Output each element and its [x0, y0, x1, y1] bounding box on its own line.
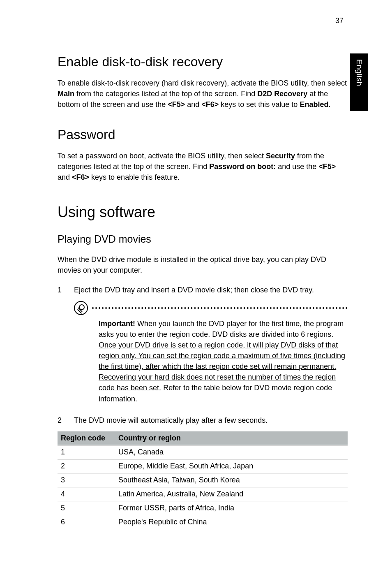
- language-tab: English: [350, 53, 368, 111]
- text: keys to set this value to: [219, 100, 300, 109]
- table-row: 2 Europe, Middle East, South Africa, Jap…: [58, 459, 348, 473]
- text-bold: Password on boot:: [209, 162, 276, 171]
- table-row: 6 People's Republic of China: [58, 515, 348, 529]
- language-tab-label: English: [355, 59, 364, 86]
- text: To set a password on boot, activate the …: [58, 152, 266, 160]
- text: .: [328, 100, 330, 109]
- step-text: The DVD movie will automatically play af…: [74, 415, 267, 426]
- cell-region: Latin America, Australia, New Zealand: [115, 487, 348, 501]
- important-callout: Important! When you launch the DVD playe…: [74, 301, 348, 404]
- cell-code: 5: [58, 501, 115, 515]
- cell-code: 6: [58, 515, 115, 529]
- cell-code: 3: [58, 473, 115, 487]
- text-bold: <F6>: [72, 173, 89, 181]
- heading-password: Password: [58, 127, 348, 142]
- table-row: 1 USA, Canada: [58, 445, 348, 459]
- cell-code: 1: [58, 445, 115, 459]
- step-text: Eject the DVD tray and insert a DVD movi…: [74, 285, 314, 295]
- text: and use the: [276, 162, 318, 171]
- text: keys to enable this feature.: [89, 173, 180, 181]
- table-header-country: Country or region: [115, 431, 348, 445]
- cell-region: Southeast Asia, Taiwan, South Korea: [115, 473, 348, 487]
- text-bold: Important!: [99, 320, 135, 328]
- paragraph-password: To set a password on boot, activate the …: [58, 151, 348, 183]
- table-row: 3 Southeast Asia, Taiwan, South Korea: [58, 473, 348, 487]
- table-row: 5 Former USSR, parts of Africa, India: [58, 501, 348, 515]
- paragraph-d2d: To enable disk-to-disk recovery (hard di…: [58, 78, 348, 110]
- heading-playing-dvd: Playing DVD movies: [58, 233, 348, 245]
- text-bold: Main: [58, 90, 74, 98]
- callout-body: Important! When you launch the DVD playe…: [74, 318, 348, 404]
- text-bold: Security: [266, 152, 295, 160]
- page: 37 English Enable disk-to-disk recovery …: [0, 0, 392, 563]
- text-bold: Enabled: [300, 100, 328, 109]
- text: from the categories listed at the top of…: [74, 90, 257, 98]
- text-bold: <F5>: [168, 100, 185, 109]
- text-bold: <F6>: [201, 100, 219, 109]
- key-icon: [74, 301, 88, 315]
- table-row: 4 Latin America, Australia, New Zealand: [58, 487, 348, 501]
- text: and: [58, 173, 72, 181]
- paragraph-dvd-intro: When the DVD drive module is installed i…: [58, 254, 348, 276]
- dotted-rule: [92, 307, 348, 309]
- text: and: [185, 100, 201, 109]
- text-bold: D2D Recovery: [257, 90, 307, 98]
- cell-region: People's Republic of China: [115, 515, 348, 529]
- heading-using-software: Using software: [58, 204, 348, 221]
- step-list: 1 Eject the DVD tray and insert a DVD mo…: [58, 285, 348, 295]
- callout-header: [74, 301, 348, 315]
- step-number: 2: [58, 415, 74, 426]
- step-list: 2 The DVD movie will automatically play …: [58, 415, 348, 426]
- cell-region: USA, Canada: [115, 445, 348, 459]
- text: To enable disk-to-disk recovery (hard di…: [58, 79, 347, 87]
- step-2: 2 The DVD movie will automatically play …: [58, 415, 348, 426]
- region-table: Region code Country or region 1 USA, Can…: [58, 431, 348, 529]
- text-bold: <F5>: [318, 162, 336, 171]
- step-1: 1 Eject the DVD tray and insert a DVD mo…: [58, 285, 348, 295]
- table-header-region-code: Region code: [58, 431, 115, 445]
- heading-enable-d2d: Enable disk-to-disk recovery: [58, 54, 348, 70]
- text: When you launch the DVD player for the f…: [99, 320, 344, 338]
- cell-region: Former USSR, parts of Africa, India: [115, 501, 348, 515]
- cell-code: 2: [58, 459, 115, 473]
- cell-region: Europe, Middle East, South Africa, Japan: [115, 459, 348, 473]
- page-number: 37: [335, 16, 344, 25]
- step-number: 1: [58, 285, 74, 295]
- cell-code: 4: [58, 487, 115, 501]
